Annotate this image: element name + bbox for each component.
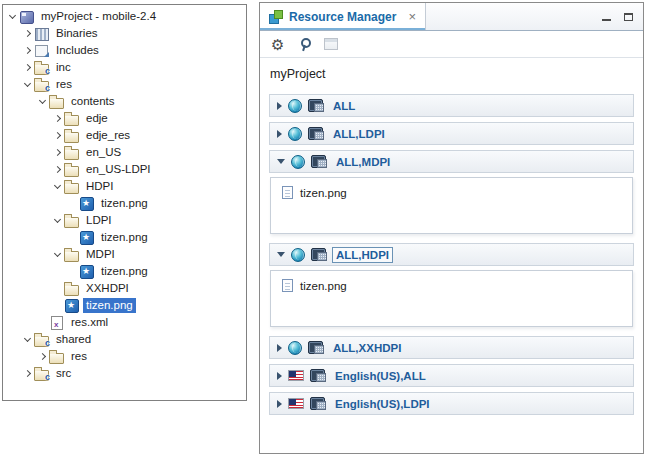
chevron-collapsed-icon[interactable] [277, 130, 282, 138]
resource-group-header[interactable]: ALL,MDPI [269, 150, 634, 173]
resource-group-header[interactable]: ALL,HDPI [269, 243, 634, 266]
resource-group-header[interactable]: English(US),ALL [269, 364, 634, 387]
tree-indent [3, 305, 52, 306]
density-icon [310, 369, 326, 382]
tree-indent [3, 152, 52, 153]
chevron-collapsed-icon[interactable] [52, 147, 63, 158]
image-file-icon: ★ [78, 230, 95, 245]
tree-item[interactable]: edje_res [3, 127, 246, 144]
chevron-expanded-icon[interactable] [37, 96, 48, 107]
density-icon [308, 99, 324, 112]
chevron-glyph [24, 335, 31, 342]
resource-group-label: English(US),ALL [332, 369, 429, 383]
tree-item[interactable]: Includes [3, 42, 246, 59]
chevron-collapsed-icon[interactable] [37, 351, 48, 362]
image-file-icon: ★ [78, 264, 95, 279]
tree-item[interactable]: ★tizen.png [3, 263, 246, 280]
resource-group-header[interactable]: ALL,XXHDPI [269, 336, 634, 359]
tree-item-label: res [68, 349, 90, 364]
tree-item-label: tizen.png [83, 298, 136, 313]
folder-icon [63, 128, 80, 143]
settings-gear-icon[interactable]: ⚙ [271, 37, 284, 52]
chevron-expanded-icon[interactable] [52, 249, 63, 260]
chevron-placeholder [52, 300, 63, 311]
tree-item[interactable]: en_US [3, 144, 246, 161]
chevron-collapsed-icon[interactable] [277, 400, 282, 408]
resource-file-row[interactable]: tizen.png [271, 178, 632, 199]
resource-file-row[interactable]: tizen.png [271, 271, 632, 292]
chevron-collapsed-icon[interactable] [52, 113, 63, 124]
tree-item-label: contents [68, 94, 117, 109]
folder-icon [63, 247, 80, 262]
resource-group-content: tizen.png [270, 270, 633, 327]
chevron-collapsed-icon[interactable] [22, 45, 33, 56]
tree-item[interactable]: contents [3, 93, 246, 110]
tree-indent [3, 67, 22, 68]
tree-item[interactable]: xres.xml [3, 314, 246, 331]
resource-group-header[interactable]: ALL [269, 94, 634, 117]
chevron-expanded-icon[interactable] [22, 79, 33, 90]
resource-group-list: ALLALL,LDPIALL,MDPItizen.pngALL,HDPItize… [260, 86, 643, 420]
project-tree: myProject - mobile-2.4BinariesIncludesci… [3, 8, 246, 382]
resource-group-label: ALL [330, 99, 358, 113]
tree-item[interactable]: MDPI [3, 246, 246, 263]
tree-item[interactable]: XXHDPI [3, 280, 246, 297]
chevron-expanded-icon[interactable] [7, 11, 18, 22]
folder-icon [63, 213, 80, 228]
globe-icon [291, 155, 305, 169]
chevron-expanded-icon[interactable] [52, 181, 63, 192]
us-flag-icon [288, 398, 304, 409]
resource-group-header[interactable]: English(US),LDPI [269, 392, 634, 415]
tree-indent [3, 373, 22, 374]
tab-resource-manager[interactable]: Resource Manager × [260, 3, 426, 30]
tree-indent [3, 50, 22, 51]
tree-item[interactable]: cres [3, 76, 246, 93]
tree-item[interactable]: edje [3, 110, 246, 127]
tree-item[interactable]: LDPI [3, 212, 246, 229]
chevron-collapsed-icon[interactable] [277, 102, 282, 110]
star-glyph: ★ [67, 301, 75, 310]
tree-item[interactable]: res [3, 348, 246, 365]
tree-item-label: myProject - mobile-2.4 [38, 9, 159, 24]
chevron-collapsed-icon[interactable] [22, 28, 33, 39]
resource-group-content: tizen.png [270, 177, 633, 234]
chevron-collapsed-icon[interactable] [22, 368, 33, 379]
chevron-expanded-icon[interactable] [52, 215, 63, 226]
chevron-expanded-icon[interactable] [277, 159, 285, 164]
chevron-collapsed-icon[interactable] [22, 62, 33, 73]
folder-icon [63, 281, 80, 296]
resource-group-header[interactable]: ALL,LDPI [269, 122, 634, 145]
tree-indent [3, 271, 67, 272]
tree-item[interactable]: myProject - mobile-2.4 [3, 8, 246, 25]
c-source-folder-icon: c [33, 60, 50, 75]
tree-item[interactable]: Binaries [3, 25, 246, 42]
tab-title: Resource Manager [289, 10, 396, 24]
chevron-placeholder [67, 198, 78, 209]
chevron-collapsed-icon[interactable] [277, 344, 282, 352]
tree-indent [3, 135, 52, 136]
tree-item[interactable]: ★tizen.png [3, 229, 246, 246]
tree-item[interactable]: ★tizen.png [3, 297, 246, 314]
close-icon[interactable]: × [408, 10, 416, 23]
chevron-collapsed-icon[interactable] [52, 130, 63, 141]
star-glyph: ★ [82, 199, 90, 208]
pin-icon[interactable] [297, 37, 311, 51]
chevron-expanded-icon[interactable] [277, 252, 285, 257]
chevron-expanded-icon[interactable] [22, 334, 33, 345]
maximize-button[interactable] [619, 9, 637, 25]
chevron-collapsed-icon[interactable] [52, 164, 63, 175]
chevron-collapsed-icon[interactable] [277, 372, 282, 380]
minimize-button[interactable] [597, 9, 615, 25]
tree-item[interactable]: HDPI [3, 178, 246, 195]
tree-item-label: shared [53, 332, 94, 347]
view-window-icon[interactable] [324, 38, 338, 50]
tree-item[interactable]: en_US-LDPI [3, 161, 246, 178]
tree-item[interactable]: cinc [3, 59, 246, 76]
tree-item[interactable]: cshared [3, 331, 246, 348]
resource-group-label: ALL,MDPI [333, 155, 393, 169]
chevron-placeholder [67, 266, 78, 277]
tree-item[interactable]: csrc [3, 365, 246, 382]
tree-item-label: res.xml [68, 315, 111, 330]
tree-item[interactable]: ★tizen.png [3, 195, 246, 212]
chevron-glyph [54, 250, 61, 257]
